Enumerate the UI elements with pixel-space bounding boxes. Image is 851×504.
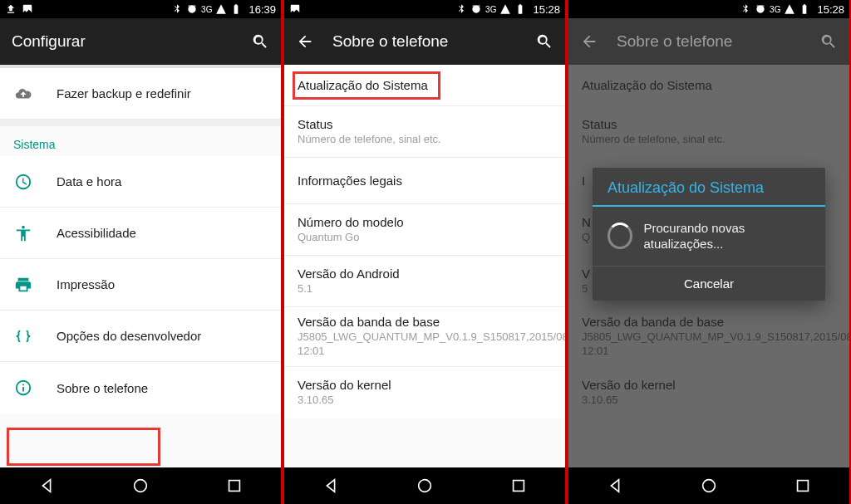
battery-icon <box>230 3 242 15</box>
network-3g-icon: 3G <box>770 5 780 14</box>
item-sublabel: Número de telefone, sinal etc. <box>298 133 441 147</box>
item-label: Fazer backup e redefinir <box>57 86 191 100</box>
braces-icon <box>13 326 33 346</box>
clock-icon <box>13 172 33 192</box>
item-label: Número do modelo <box>298 215 404 229</box>
item-backup-reset[interactable]: Fazer backup e redefinir <box>0 68 281 120</box>
item-sublabel: 3.10.65 <box>298 394 391 408</box>
page-title: Configurar <box>12 32 86 51</box>
highlight-box <box>7 428 160 466</box>
system-update-dialog: Atualização do Sistema Procurando novas … <box>593 168 825 301</box>
dialog-message: Procurando novas atualizações... <box>644 220 811 252</box>
navigation-bar <box>0 467 281 504</box>
nav-recent-icon[interactable] <box>778 477 828 495</box>
search-icon[interactable] <box>251 32 269 51</box>
nav-recent-icon[interactable] <box>209 477 259 495</box>
item-kernel-version[interactable]: Versão do kernel 3.10.65 <box>284 367 565 418</box>
dialog-title: Atualização do Sistema <box>593 168 825 205</box>
nav-back-icon[interactable] <box>590 477 640 495</box>
battery-icon <box>514 3 526 15</box>
network-3g-icon: 3G <box>201 5 212 14</box>
item-printing[interactable]: Impressão <box>0 259 281 311</box>
alarm-icon <box>470 3 482 15</box>
clock: 15:28 <box>817 3 844 16</box>
item-accessibility[interactable]: Acessibilidade <box>0 208 281 259</box>
nav-back-icon[interactable] <box>306 477 356 495</box>
content-area: Atualização do Sistema Status Número de … <box>284 65 565 467</box>
spinner-icon <box>608 223 632 249</box>
svg-rect-1 <box>229 481 239 492</box>
signal-icon <box>784 3 795 15</box>
nav-home-icon[interactable] <box>684 477 734 495</box>
app-bar: Configurar <box>0 18 281 65</box>
item-sublabel: J5805_LWG_QUANTUM_MP_V0.1.9_S150817,2015… <box>298 330 565 359</box>
item-about-phone[interactable]: Sobre o telefone <box>0 362 281 413</box>
image-icon <box>22 3 33 15</box>
screen-about-phone: 3G 15:28 Sobre o telefone Atualização do… <box>284 0 565 504</box>
item-system-update[interactable]: Atualização do Sistema <box>284 65 565 106</box>
svg-rect-3 <box>513 481 524 492</box>
item-label: Opções do desenvolvedor <box>57 329 201 343</box>
svg-rect-5 <box>797 481 808 492</box>
status-bar: 3G 15:28 <box>568 0 849 18</box>
divider <box>0 120 281 126</box>
navigation-bar <box>284 467 565 504</box>
bluetooth-icon <box>171 3 183 15</box>
item-baseband-version[interactable]: Versão da banda de base J5805_LWG_QUANTU… <box>284 307 565 367</box>
page-title: Sobre o telefone <box>617 32 732 51</box>
cloud-upload-icon <box>13 84 33 104</box>
nav-recent-icon[interactable] <box>494 477 544 495</box>
bluetooth-icon <box>455 3 467 15</box>
item-model-number[interactable]: Número do modelo Quantum Go <box>284 204 565 256</box>
screen-update-dialog: 3G 15:28 Sobre o telefone Atualização do… <box>568 0 849 504</box>
item-label: Status <box>298 117 441 131</box>
bluetooth-icon <box>740 3 751 15</box>
signal-icon <box>499 3 511 15</box>
item-legal-info[interactable]: Informações legais <box>284 158 565 204</box>
back-arrow-icon[interactable] <box>296 32 314 51</box>
item-sublabel: 5.1 <box>298 282 400 296</box>
item-label: Data e hora <box>57 174 121 188</box>
clock: 16:39 <box>248 3 276 16</box>
navigation-bar <box>568 467 849 504</box>
item-label: Acessibilidade <box>57 226 136 240</box>
status-bar: 3G 15:28 <box>284 0 565 18</box>
content-area: Atualização do Sistema Status Número de … <box>568 65 849 467</box>
item-developer-options[interactable]: Opções do desenvolvedor <box>0 311 281 362</box>
nav-back-icon[interactable] <box>22 477 71 495</box>
item-status[interactable]: Status Número de telefone, sinal etc. <box>284 106 565 158</box>
search-icon <box>819 32 838 51</box>
item-label: Sobre o telefone <box>57 381 148 395</box>
signal-icon <box>215 3 227 15</box>
section-header-system: Sistema <box>0 126 281 156</box>
clock: 15:28 <box>533 3 560 16</box>
accessibility-icon <box>13 223 33 243</box>
alarm-icon <box>186 3 198 15</box>
modal-overlay: Atualização do Sistema Procurando novas … <box>568 65 849 467</box>
item-date-time[interactable]: Data e hora <box>0 156 281 208</box>
info-icon <box>13 378 33 398</box>
alarm-icon <box>755 3 766 15</box>
upload-icon <box>5 3 17 15</box>
page-title: Sobre o telefone <box>332 32 448 51</box>
battery-icon <box>799 3 810 15</box>
nav-home-icon[interactable] <box>116 477 165 495</box>
svg-point-0 <box>135 480 147 492</box>
image-icon <box>289 3 301 15</box>
item-label: Versão do Android <box>298 267 400 281</box>
item-label: Impressão <box>57 277 115 291</box>
item-sublabel: Quantum Go <box>298 231 404 245</box>
cancel-button[interactable]: Cancelar <box>593 266 825 301</box>
item-label: Versão da banda de base <box>298 315 565 329</box>
svg-point-2 <box>419 480 431 492</box>
search-icon[interactable] <box>535 32 553 51</box>
svg-point-4 <box>703 480 716 492</box>
screen-settings: 3G 16:39 Configurar Fazer backup e redef… <box>0 0 281 504</box>
content-area: Fazer backup e redefinir Sistema Data e … <box>0 65 281 467</box>
printer-icon <box>13 275 33 295</box>
item-android-version[interactable]: Versão do Android 5.1 <box>284 256 565 307</box>
item-label: Informações legais <box>298 174 402 188</box>
item-label: Atualização do Sistema <box>298 78 428 92</box>
network-3g-icon: 3G <box>485 5 496 14</box>
nav-home-icon[interactable] <box>400 477 450 495</box>
